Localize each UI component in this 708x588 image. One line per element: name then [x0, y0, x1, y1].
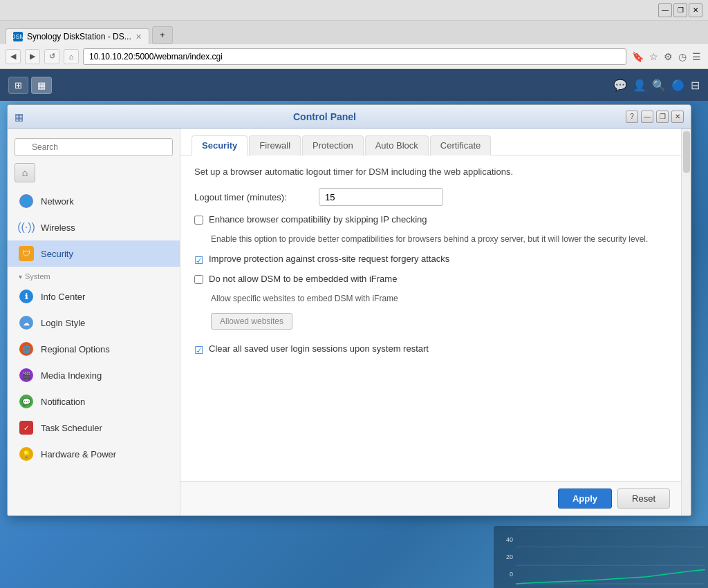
iframe-label: Do not allow DSM to be embedded with iFr…: [209, 274, 397, 284]
address-bar[interactable]: [83, 48, 626, 65]
extensions-icon[interactable]: ⚙: [662, 50, 674, 64]
clear-sessions-label: Clear all saved user login sessions upon…: [209, 343, 429, 354]
reset-button[interactable]: Reset: [617, 489, 670, 509]
search-toolbar-icon[interactable]: 🔍: [652, 79, 666, 92]
logout-timer-input[interactable]: [319, 188, 443, 206]
sidebar-hardware-power-label: Hardware & Power: [41, 449, 116, 459]
sidebar-network-label: Network: [41, 196, 74, 207]
cp-main: Security Firewall Protection Auto Block …: [180, 129, 681, 515]
sidebar-item-security[interactable]: 🛡 Security: [8, 240, 180, 267]
browser-chrome: — ❐ ✕ DSM Synology DiskStation - DS... ✕…: [0, 0, 708, 101]
dsm-control-panel-button[interactable]: ▦: [31, 77, 52, 94]
media-indexing-icon: 🎬: [19, 368, 34, 383]
sidebar-item-network[interactable]: 🌐 Network: [8, 188, 180, 214]
menu-icon[interactable]: ☰: [691, 50, 702, 64]
sidebar: ⌂ 🌐 Network ((·)) Wireless 🛡: [8, 129, 180, 515]
tab-certificate[interactable]: Certificate: [430, 135, 492, 155]
cp-restore-button[interactable]: ❐: [656, 111, 669, 123]
sidebar-item-media-indexing[interactable]: 🎬 Media Indexing: [8, 362, 180, 388]
back-button[interactable]: ◀: [6, 49, 21, 64]
chat-icon[interactable]: 💬: [613, 79, 627, 92]
cp-body: ⌂ 🌐 Network ((·)) Wireless 🛡: [8, 129, 691, 515]
tab-protection[interactable]: Protection: [302, 135, 364, 155]
cp-title: Control Panel: [24, 111, 626, 122]
allowed-websites-button[interactable]: Allowed websites: [211, 313, 292, 330]
sidebar-notification-label: Notification: [41, 397, 85, 407]
sidebar-item-hardware-power[interactable]: 💡 Hardware & Power: [8, 441, 180, 467]
history-icon[interactable]: ◷: [677, 50, 688, 64]
csrf-protection-row: ☑ Improve protection against cross-site …: [194, 254, 667, 267]
tab-close-button[interactable]: ✕: [136, 32, 142, 41]
new-tab-button[interactable]: +: [152, 26, 173, 44]
iframe-row: Do not allow DSM to be embedded with iFr…: [194, 274, 667, 284]
browser-win-controls: — ❐ ✕: [658, 3, 702, 17]
bookmark-icon[interactable]: 🔖: [631, 50, 645, 64]
nav-icons: 🔖 ☆ ⚙ ◷ ☰: [631, 50, 702, 64]
sidebar-security-label: Security: [41, 249, 73, 259]
home-button[interactable]: ⌂: [64, 49, 79, 64]
chart-widget: 40 20 0: [494, 526, 708, 588]
tab-firewall[interactable]: Firewall: [249, 135, 301, 155]
cp-footer: Apply Reset: [180, 481, 681, 515]
sidebar-search-container: [8, 134, 180, 160]
browser-title-bar: — ❐ ✕: [0, 0, 708, 21]
control-panel-window: ▦ Control Panel ? — ❐ ✕ ⌂ �: [7, 104, 691, 516]
iframe-checkbox[interactable]: [194, 275, 203, 284]
regional-options-icon: 🌐: [19, 341, 34, 357]
sidebar-home-button[interactable]: ⌂: [15, 163, 35, 182]
browser-minimize-button[interactable]: —: [658, 3, 672, 17]
cp-scrollbar[interactable]: [681, 129, 691, 515]
clear-sessions-row: ☑ Clear all saved user login sessions up…: [194, 343, 667, 357]
ip-checking-label: Enhance browser compatibility by skippin…: [209, 214, 427, 225]
sidebar-search-input[interactable]: [15, 138, 173, 156]
notification-icon: 💬: [19, 394, 34, 409]
chart-area: [516, 529, 705, 585]
task-scheduler-icon: ✓: [19, 420, 34, 435]
ip-checking-checkbox[interactable]: [194, 216, 203, 225]
info-center-icon: ℹ: [19, 289, 34, 304]
csrf-checkbox-checked-icon: ☑: [194, 254, 203, 267]
user-icon[interactable]: 👤: [633, 79, 646, 92]
logout-timer-row: Logout timer (minutes):: [194, 188, 667, 206]
chart-label-20: 20: [506, 553, 513, 560]
sidebar-task-scheduler-label: Task Scheduler: [41, 423, 102, 433]
cp-minimize-button[interactable]: —: [641, 111, 653, 123]
chart-label-0: 0: [510, 571, 513, 578]
sidebar-login-style-label: Login Style: [41, 318, 85, 328]
sidebar-item-info-center[interactable]: ℹ Info Center: [8, 283, 180, 310]
refresh-button[interactable]: ↺: [44, 49, 59, 64]
network-icon: 🌐: [19, 193, 34, 209]
cp-content: Set up a browser automatic logout timer …: [180, 155, 681, 481]
cp-close-button[interactable]: ✕: [671, 111, 684, 123]
hardware-power-icon: 💡: [19, 446, 34, 462]
proxy-note: Enable this option to provide better com…: [211, 231, 667, 247]
star-icon[interactable]: ☆: [648, 50, 660, 64]
cp-tabs: Security Firewall Protection Auto Block …: [180, 129, 681, 155]
scrollbar-thumb[interactable]: [683, 131, 690, 173]
wireless-icon: ((·)): [19, 220, 34, 235]
sidebar-item-task-scheduler[interactable]: ✓ Task Scheduler: [8, 415, 180, 441]
sidebar-item-notification[interactable]: 💬 Notification: [8, 388, 180, 415]
sidebar-item-regional-options[interactable]: 🌐 Regional Options: [8, 336, 180, 362]
forward-button[interactable]: ▶: [25, 49, 40, 64]
layout-icon[interactable]: ⊟: [691, 79, 700, 92]
sidebar-item-login-style[interactable]: ☁ Login Style: [8, 310, 180, 336]
browser-close-button[interactable]: ✕: [689, 3, 702, 17]
tab-title: Synology DiskStation - DS...: [27, 32, 131, 41]
cp-window-icon: ▦: [15, 111, 24, 122]
browser-restore-button[interactable]: ❐: [673, 3, 687, 17]
tab-auto-block[interactable]: Auto Block: [365, 135, 429, 155]
sidebar-item-wireless[interactable]: ((·)) Wireless: [8, 214, 180, 240]
login-style-icon: ☁: [19, 315, 34, 330]
apply-button[interactable]: Apply: [558, 489, 612, 509]
desktop: 📦 Package ▦ Control Panel ? — ❐ ✕ ⌂: [0, 101, 708, 588]
chart-svg: [516, 529, 705, 585]
browser-tab[interactable]: DSM Synology DiskStation - DS... ✕: [6, 28, 149, 44]
clear-sessions-checkbox-checked-icon: ☑: [194, 344, 203, 357]
tab-favicon: DSM: [13, 32, 23, 41]
tab-security[interactable]: Security: [192, 135, 248, 155]
dsm-dashboard-button[interactable]: ⊞: [8, 77, 28, 94]
cp-help-button[interactable]: ?: [626, 111, 638, 123]
dsm-toolbar-left: ⊞ ▦: [8, 77, 52, 94]
status-icon[interactable]: 🔵: [671, 79, 685, 92]
